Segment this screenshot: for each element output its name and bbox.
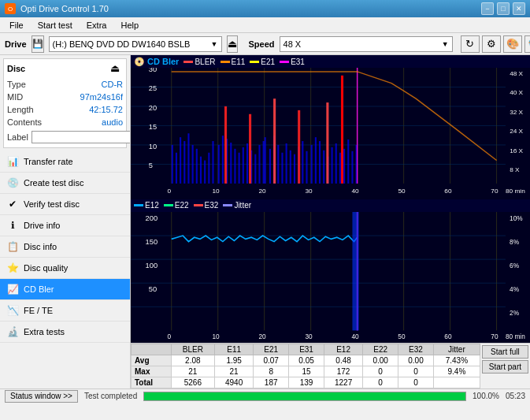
sidebar-item-disc-info[interactable]: 📋 Disc info	[0, 236, 130, 258]
app-icon: O	[5, 3, 16, 14]
stats-col-e31: E31	[289, 344, 324, 355]
svg-text:200: 200	[146, 213, 158, 221]
sidebar-item-extra-tests-label: Extra tests	[24, 327, 65, 336]
create-test-disc-icon: 💿	[6, 177, 19, 189]
start-full-button[interactable]: Start full	[482, 345, 528, 359]
sidebar-item-verify-test-disc[interactable]: ✔ Verify test disc	[0, 194, 130, 215]
sidebar: Disc ⏏ Type CD-R MID 97m24s16f Length 42…	[0, 55, 131, 388]
legend-jitter-color	[223, 204, 232, 206]
svg-text:0: 0	[168, 332, 172, 340]
fe-te-icon: 📉	[6, 304, 19, 317]
sidebar-item-create-test-disc[interactable]: 💿 Create test disc	[0, 173, 130, 194]
stats-total-e21: 187	[254, 377, 289, 388]
titlebar-controls[interactable]: − □ ✕	[481, 2, 525, 15]
stats-table: BLER E11 E21 E31 E12 E22 E32 Jitter	[131, 344, 480, 388]
export-icon[interactable]: 🐦	[524, 35, 530, 53]
stats-max-e11: 21	[215, 366, 254, 377]
svg-text:30: 30	[305, 332, 313, 340]
svg-rect-53	[246, 143, 248, 184]
svg-text:2%: 2%	[510, 308, 519, 316]
legend-e32-label: E32	[205, 201, 219, 210]
svg-text:60: 60	[444, 332, 452, 340]
svg-text:30: 30	[149, 68, 157, 73]
close-button[interactable]: ✕	[513, 2, 525, 15]
svg-rect-45	[212, 141, 213, 184]
svg-rect-86	[341, 76, 343, 184]
legend-bler: BLER	[183, 58, 215, 66]
sidebar-item-cd-bler[interactable]: 📈 CD Bler	[0, 279, 130, 300]
stats-total-e11: 4940	[215, 377, 254, 388]
content-area: 📀 CD Bler BLER E11 E21	[131, 55, 530, 388]
svg-rect-68	[306, 151, 307, 184]
disc-mid-value: 97m24s16f	[80, 91, 123, 103]
speed-dropdown-arrow[interactable]: ▼	[442, 40, 449, 48]
drive-dropdown-arrow[interactable]: ▼	[211, 40, 218, 48]
svg-rect-70	[315, 137, 317, 184]
stats-col-jitter: Jitter	[433, 344, 480, 355]
svg-rect-79	[351, 151, 353, 184]
svg-rect-43	[204, 161, 206, 184]
svg-rect-59	[269, 149, 271, 184]
disc-panel: Disc ⏏ Type CD-R MID 97m24s16f Length 42…	[3, 58, 127, 148]
settings-icon[interactable]: ⚙	[482, 35, 501, 53]
legend-e22-label: E22	[175, 201, 189, 210]
sidebar-item-disc-quality[interactable]: ⭐ Disc quality	[0, 258, 130, 279]
sidebar-item-transfer-rate[interactable]: 📊 Transfer rate	[0, 151, 130, 173]
legend-e12-color	[134, 204, 143, 206]
legend-e31-color	[280, 61, 289, 63]
svg-text:10%: 10%	[510, 214, 523, 221]
svg-rect-74	[332, 147, 333, 184]
speed-select[interactable]: 48 X ▼	[280, 36, 453, 52]
legend-e11-label: E11	[232, 58, 246, 66]
status-text: Test completed	[84, 392, 137, 400]
transfer-rate-icon: 📊	[6, 155, 19, 168]
menu-file[interactable]: File	[3, 20, 30, 31]
disc-type-value: CD-R	[102, 78, 124, 91]
progress-bar-fill	[144, 392, 465, 400]
svg-rect-58	[265, 137, 266, 184]
svg-rect-75	[335, 143, 337, 184]
minimize-button[interactable]: −	[481, 2, 494, 15]
stats-area: BLER E11 E21 E31 E12 E22 E32 Jitter	[131, 343, 530, 388]
menu-start-test[interactable]: Start test	[32, 20, 79, 31]
eject-button[interactable]: ⏏	[227, 35, 238, 53]
stats-col-e32: E32	[398, 344, 434, 355]
sidebar-item-cd-bler-label: CD Bler	[24, 284, 54, 294]
status-window-button[interactable]: Status window >>	[5, 390, 78, 403]
legend-bler-label: BLER	[195, 58, 215, 66]
svg-text:8 X: 8 X	[510, 166, 520, 173]
svg-rect-67	[302, 141, 303, 184]
maximize-button[interactable]: □	[497, 2, 510, 15]
disc-contents-label: Contents	[7, 116, 42, 128]
stats-col-e22: E22	[363, 344, 398, 355]
svg-rect-61	[277, 145, 279, 184]
sidebar-item-fe-te[interactable]: 📉 FE / TE	[0, 300, 130, 322]
titlebar: O Opti Drive Control 1.70 − □ ✕	[0, 0, 530, 17]
table-row: Avg 2.08 1.95 0.07 0.05 0.48 0.00 0.00 7…	[132, 355, 480, 366]
sidebar-item-fe-te-label: FE / TE	[24, 306, 53, 315]
stats-avg-bler: 2.08	[171, 355, 214, 366]
svg-text:20: 20	[258, 188, 266, 195]
sidebar-item-drive-info[interactable]: ℹ Drive info	[0, 215, 130, 236]
drive-select[interactable]: (H:) BENQ DVD DD DW1640 BSLB ▼	[49, 36, 222, 52]
menu-help[interactable]: Help	[114, 20, 145, 31]
color-icon[interactable]: 🎨	[503, 35, 522, 53]
disc-mid-label: MID	[7, 91, 23, 103]
svg-text:40: 40	[351, 188, 359, 195]
svg-rect-55	[254, 154, 256, 184]
svg-rect-41	[196, 149, 198, 184]
svg-text:10: 10	[212, 332, 220, 340]
disc-mid-row: MID 97m24s16f	[7, 91, 123, 103]
sidebar-item-extra-tests[interactable]: 🔬 Extra tests	[0, 322, 130, 343]
refresh-icon[interactable]: ↻	[461, 35, 480, 53]
svg-rect-49	[230, 143, 232, 184]
start-part-button[interactable]: Start part	[482, 360, 528, 374]
svg-rect-85	[326, 102, 328, 184]
legend-bler-color	[183, 61, 193, 63]
main-layout: Disc ⏏ Type CD-R MID 97m24s16f Length 42…	[0, 55, 530, 388]
stats-row: BLER E11 E21 E31 E12 E22 E32 Jitter	[131, 344, 530, 388]
menu-extra[interactable]: Extra	[80, 20, 113, 31]
disc-label-input[interactable]	[32, 131, 131, 143]
disc-eject-icon[interactable]: ⏏	[110, 62, 123, 75]
svg-rect-72	[323, 151, 324, 184]
